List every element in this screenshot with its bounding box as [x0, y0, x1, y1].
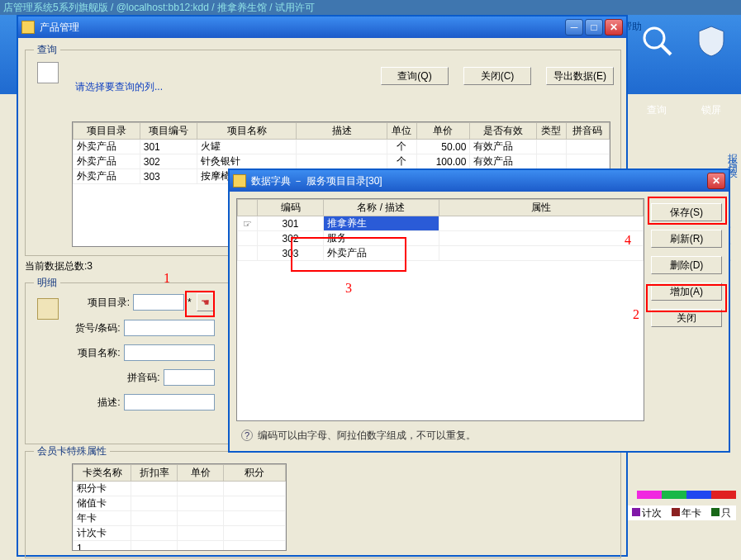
table-row[interactable]: 计次卡: [74, 526, 286, 541]
color-strip: [637, 491, 736, 499]
dialog-title: 数据字典 － 服务项目目录[30]: [251, 174, 707, 188]
window-title: 产品管理: [40, 21, 565, 35]
add-button[interactable]: 增加(A): [651, 282, 722, 301]
dialog-titlebar[interactable]: 数据字典 － 服务项目目录[30] ✕: [230, 170, 729, 192]
table-row[interactable]: 外卖产品302针灸银针个100.00有效产品: [74, 154, 610, 169]
maximize-button[interactable]: □: [585, 19, 603, 36]
pinyin-input[interactable]: [164, 369, 215, 386]
close-query-button[interactable]: 关闭(C): [463, 67, 531, 85]
refresh-button[interactable]: 刷新(R): [651, 230, 722, 248]
question-icon: ?: [241, 429, 253, 441]
hand-icon: ☚: [201, 297, 210, 308]
table-row[interactable]: 积分卡: [74, 482, 286, 496]
delete-button[interactable]: 删除(D): [651, 256, 722, 274]
minimize-button[interactable]: ─: [565, 19, 583, 36]
dialog-help: ?编码可以由字母、阿拉伯数字组成，不可以重复。: [241, 429, 476, 443]
table-row[interactable]: 外卖产品301火罐个50.00有效产品: [74, 140, 610, 154]
svg-point-0: [644, 28, 664, 48]
window-icon: [21, 21, 35, 34]
projdir-lookup-button[interactable]: ☚: [197, 293, 215, 311]
desc-input[interactable]: [124, 394, 215, 411]
close-dict-button[interactable]: 关闭: [651, 309, 722, 327]
table-row[interactable]: ☞301推拿养生: [238, 216, 644, 231]
save-button[interactable]: 保存(S): [651, 203, 722, 221]
shield-icon: [694, 23, 729, 58]
app-titlebar: 店管理系统5系列旗舰版 / @localhost:bb12:kdd / 推拿养生…: [0, 0, 741, 15]
query-hint[interactable]: 请选择要查询的列...: [75, 80, 163, 94]
legend-bar: 计次 年卡 只: [627, 505, 736, 520]
table-row[interactable]: 1: [74, 541, 286, 552]
report-switch[interactable]: 报告切换: [725, 145, 739, 165]
export-button[interactable]: 导出数据(E): [546, 67, 614, 85]
count-label: 当前数据总数:3: [25, 259, 93, 273]
projname-input[interactable]: [124, 344, 215, 361]
member-group: 会员卡特殊属性 卡类名称 折扣率 单价 积分 积分卡储值卡年卡计次卡1: [25, 451, 621, 558]
dict-dialog: 数据字典 － 服务项目目录[30] ✕ 编码 名称 / 描述 属性 ☞301推拿…: [228, 168, 730, 453]
dialog-close-button[interactable]: ✕: [707, 173, 725, 189]
search-icon: [639, 23, 674, 58]
projdir-input[interactable]: [133, 294, 184, 311]
toolbar-lock[interactable]: 锁屏: [685, 15, 738, 94]
window-titlebar[interactable]: 产品管理 ─ □ ✕: [18, 17, 626, 38]
detail-icon: [37, 298, 59, 320]
table-row[interactable]: 303外卖产品: [238, 246, 644, 261]
dialog-icon: [233, 174, 246, 187]
find-icon[interactable]: [37, 62, 59, 83]
sku-input[interactable]: [124, 320, 215, 336]
table-row[interactable]: 302服务: [238, 231, 644, 246]
query-button[interactable]: 查询(Q): [381, 67, 449, 85]
close-button[interactable]: ✕: [605, 19, 623, 36]
table-row[interactable]: 储值卡: [74, 496, 286, 511]
dict-table[interactable]: 编码 名称 / 描述 属性 ☞301推拿养生302服务303外卖产品: [236, 198, 644, 421]
table-row[interactable]: 年卡: [74, 511, 286, 526]
svg-line-1: [662, 45, 671, 55]
member-table[interactable]: 卡类名称 折扣率 单价 积分 积分卡储值卡年卡计次卡1: [72, 463, 287, 551]
